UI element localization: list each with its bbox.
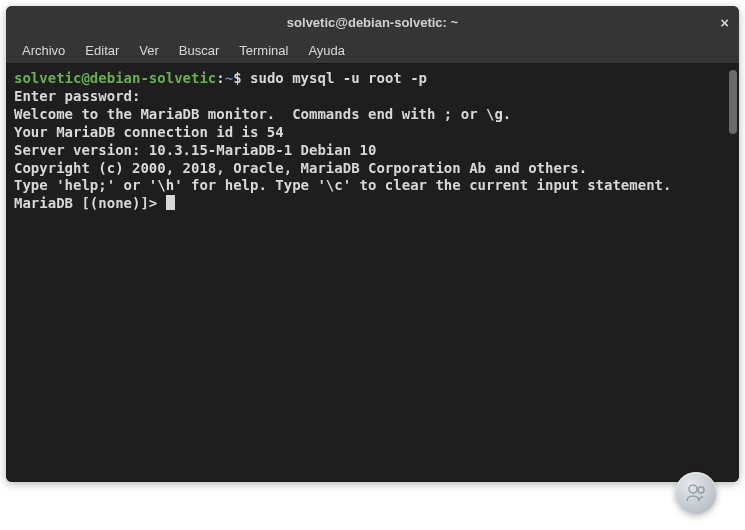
terminal-window: solvetic@debian-solvetic: ~ × Archivo Ed… bbox=[6, 6, 739, 482]
menu-archivo[interactable]: Archivo bbox=[12, 40, 75, 61]
output-line: Your MariaDB connection id is 54 bbox=[14, 124, 731, 142]
terminal-body[interactable]: solvetic@debian-solvetic:~$ sudo mysql -… bbox=[6, 64, 739, 482]
menu-ver[interactable]: Ver bbox=[129, 40, 169, 61]
window-title: solvetic@debian-solvetic: ~ bbox=[287, 15, 458, 30]
menu-terminal[interactable]: Terminal bbox=[229, 40, 298, 61]
db-prompt-line: MariaDB [(none)]> bbox=[14, 195, 731, 213]
menu-ayuda[interactable]: Ayuda bbox=[298, 40, 355, 61]
output-line: Welcome to the MariaDB monitor. Commands… bbox=[14, 106, 731, 124]
prompt-colon: : bbox=[216, 70, 224, 86]
prompt-line: solvetic@debian-solvetic:~$ sudo mysql -… bbox=[14, 70, 731, 88]
svg-point-0 bbox=[689, 485, 697, 493]
output-line: Type 'help;' or '\h' for help. Type '\c'… bbox=[14, 177, 731, 195]
menubar: Archivo Editar Ver Buscar Terminal Ayuda bbox=[6, 38, 739, 64]
output-line: Enter password: bbox=[14, 88, 731, 106]
menu-buscar[interactable]: Buscar bbox=[169, 40, 229, 61]
output-line: Copyright (c) 2000, 2018, Oracle, MariaD… bbox=[14, 160, 731, 178]
output-line: Server version: 10.3.15-MariaDB-1 Debian… bbox=[14, 142, 731, 160]
prompt-symbol: $ bbox=[233, 70, 250, 86]
db-prompt: MariaDB [(none)]> bbox=[14, 195, 166, 211]
prompt-user-host: solvetic@debian-solvetic bbox=[14, 70, 216, 86]
titlebar: solvetic@debian-solvetic: ~ × bbox=[6, 6, 739, 38]
prompt-path: ~ bbox=[225, 70, 233, 86]
scrollbar-thumb[interactable] bbox=[729, 70, 737, 134]
svg-point-1 bbox=[698, 487, 704, 493]
chat-bubble-icon[interactable] bbox=[675, 472, 717, 514]
menu-editar[interactable]: Editar bbox=[75, 40, 129, 61]
command-text: sudo mysql -u root -p bbox=[250, 70, 427, 86]
cursor-icon bbox=[166, 195, 175, 210]
close-icon[interactable]: × bbox=[720, 14, 729, 31]
